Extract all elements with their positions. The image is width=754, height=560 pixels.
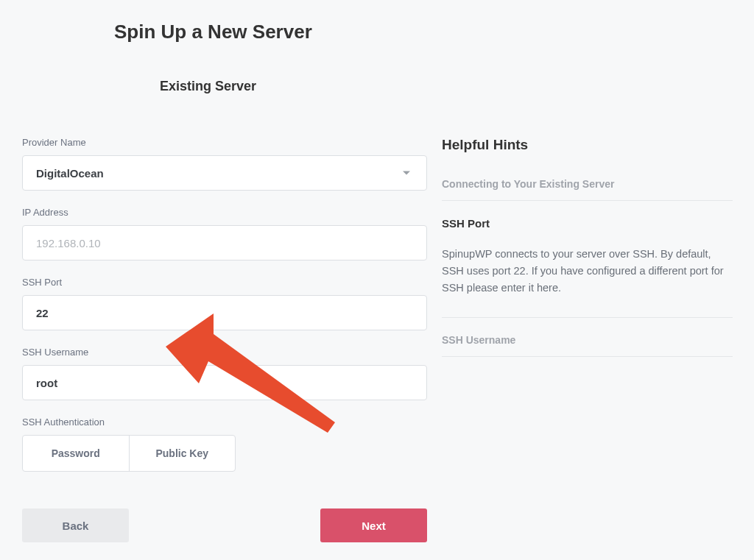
hint-ssh-username-label: SSH Username — [442, 334, 733, 346]
section-title: Existing Server — [160, 79, 754, 94]
provider-value: DigitalOcean — [36, 167, 104, 180]
ssh-port-field-group: SSH Port — [22, 277, 427, 330]
hint-active-body: SpinupWP connects to your server over SS… — [442, 246, 733, 297]
hints-title: Helpful Hints — [442, 137, 733, 153]
provider-label: Provider Name — [22, 137, 427, 148]
next-button[interactable]: Next — [320, 508, 427, 542]
page-title: Spin Up a New Server — [114, 21, 754, 43]
chevron-down-icon — [403, 171, 410, 175]
hint-connecting-label: Connecting to Your Existing Server — [442, 178, 733, 190]
ip-input[interactable] — [22, 225, 427, 260]
divider — [442, 200, 733, 201]
ssh-user-label: SSH Username — [22, 347, 427, 358]
ip-field-group: IP Address — [22, 207, 427, 260]
divider — [442, 317, 733, 318]
provider-select[interactable]: DigitalOcean — [22, 155, 427, 191]
auth-option-publickey[interactable]: Public Key — [130, 436, 236, 471]
auth-option-password[interactable]: Password — [23, 436, 130, 471]
ssh-auth-toggle: Password Public Key — [22, 435, 236, 472]
back-button[interactable]: Back — [22, 508, 129, 542]
ssh-auth-label: SSH Authentication — [22, 417, 427, 428]
ssh-port-input[interactable] — [22, 295, 427, 330]
form-column: Provider Name DigitalOcean IP Address SS… — [22, 137, 427, 542]
ssh-user-field-group: SSH Username — [22, 347, 427, 400]
ssh-auth-field-group: SSH Authentication Password Public Key — [22, 417, 427, 472]
ip-label: IP Address — [22, 207, 427, 218]
hint-active-title: SSH Port — [442, 217, 733, 230]
divider — [442, 356, 733, 357]
hints-column: Helpful Hints Connecting to Your Existin… — [442, 137, 733, 542]
ssh-user-input[interactable] — [22, 365, 427, 400]
ssh-port-label: SSH Port — [22, 277, 427, 288]
provider-field-group: Provider Name DigitalOcean — [22, 137, 427, 191]
action-row: Back Next — [22, 508, 427, 542]
